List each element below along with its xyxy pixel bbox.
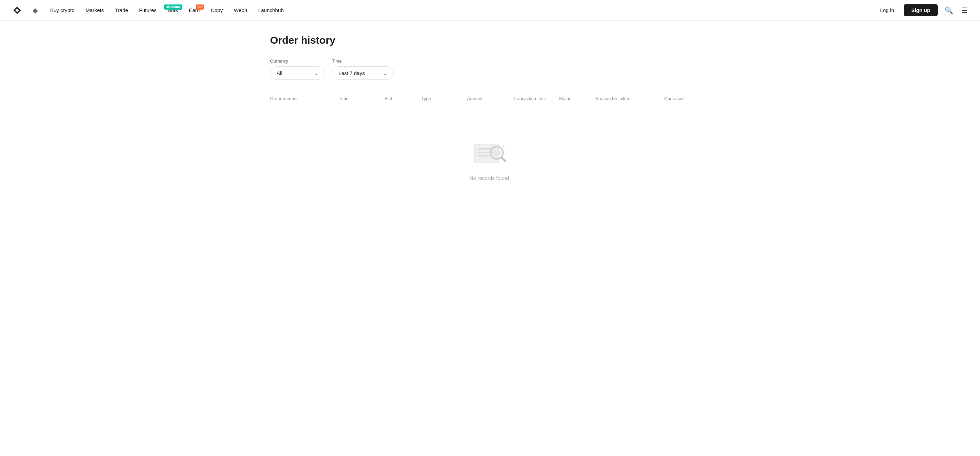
logo[interactable]: [11, 4, 23, 16]
page-title: Order history: [270, 34, 710, 46]
time-label: Time: [332, 59, 394, 64]
nav-item-web3[interactable]: Web3: [229, 5, 252, 16]
nav-badge-bots: Discounts: [164, 5, 182, 10]
nav-links: Buy cryptoMarketsTradeFuturesBotsDiscoun…: [45, 5, 876, 16]
th-status: Status: [559, 96, 595, 101]
currency-select[interactable]: All: [270, 66, 325, 80]
svg-line-6: [501, 157, 506, 161]
empty-state: ✦ ✦ No records found.: [270, 106, 710, 209]
svg-rect-2: [478, 151, 495, 153]
nav-item-futures[interactable]: Futures: [134, 5, 162, 16]
currency-value: All: [277, 70, 282, 76]
svg-text:✦: ✦: [502, 144, 505, 148]
svg-text:✦: ✦: [506, 150, 508, 153]
diamond-icon[interactable]: ◆: [30, 5, 40, 15]
currency-label: Currency: [270, 59, 325, 64]
th-type: Type: [421, 96, 467, 101]
time-filter-group: Time Last 7 days: [332, 59, 394, 80]
th-operation: Operation: [664, 96, 710, 101]
svg-point-5: [493, 148, 501, 157]
nav-item-bots[interactable]: BotsDiscounts: [163, 5, 183, 16]
th-order-number: Order number: [270, 96, 339, 101]
currency-chevron-icon: [314, 70, 318, 77]
nav-item-earn[interactable]: EarnHot: [184, 5, 205, 16]
table-header: Order numberTimeFiatTypeAmountTransactio…: [270, 91, 710, 106]
time-chevron-icon: [383, 70, 387, 77]
login-button[interactable]: Log in: [876, 5, 898, 15]
search-icon[interactable]: 🔍: [943, 5, 955, 16]
nav-right: Log in Sign up 🔍 ☰: [876, 4, 969, 16]
nav-item-copy[interactable]: Copy: [206, 5, 228, 16]
nav-badge-earn: Hot: [196, 5, 204, 10]
navigation: ◆ Buy cryptoMarketsTradeFuturesBotsDisco…: [0, 0, 980, 21]
th-reason-for-failure: Reason for failure: [595, 96, 664, 101]
main-content: Order history Currency All Time Last 7 d…: [250, 21, 730, 222]
menu-icon[interactable]: ☰: [960, 5, 969, 16]
empty-text: No records found.: [469, 175, 510, 181]
empty-illustration: ✦ ✦: [469, 134, 511, 168]
time-value: Last 7 days: [339, 70, 365, 76]
table-container: Order numberTimeFiatTypeAmountTransactio…: [270, 91, 710, 209]
filters: Currency All Time Last 7 days: [270, 59, 710, 80]
nav-item-trade[interactable]: Trade: [110, 5, 133, 16]
nav-item-buy-crypto[interactable]: Buy crypto: [45, 5, 80, 16]
th-transaction-fees: Transaction fees: [513, 96, 559, 101]
svg-rect-3: [478, 155, 490, 156]
th-amount: Amount: [467, 96, 513, 101]
th-time: Time: [339, 96, 385, 101]
svg-rect-1: [478, 148, 492, 150]
time-select[interactable]: Last 7 days: [332, 66, 394, 80]
nav-item-markets[interactable]: Markets: [81, 5, 108, 16]
signup-button[interactable]: Sign up: [904, 4, 938, 16]
th-fiat: Fiat: [385, 96, 421, 101]
currency-filter-group: Currency All: [270, 59, 325, 80]
nav-item-launchhub[interactable]: Launchhub: [253, 5, 288, 16]
